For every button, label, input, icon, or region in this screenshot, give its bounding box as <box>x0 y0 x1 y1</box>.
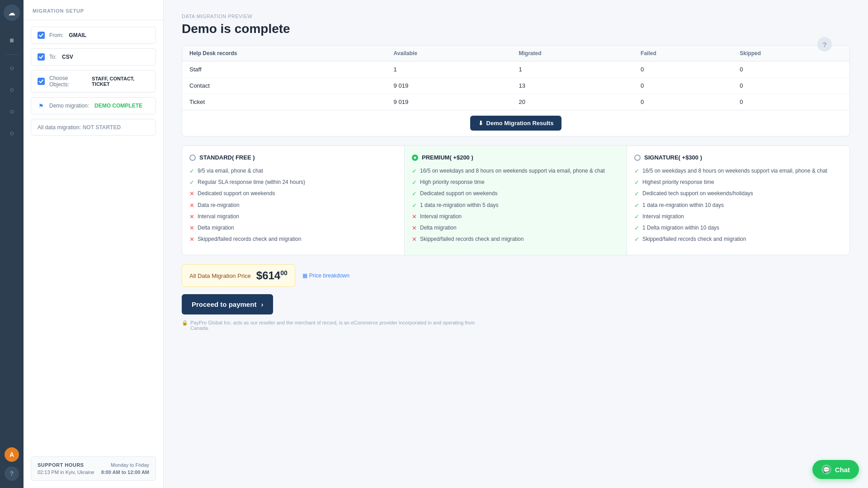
download-icon: ⬇ <box>478 120 483 127</box>
support-title: SUPPORT HOURS <box>38 462 84 468</box>
support-timezone: 02:13 PM in Kyiv, Ukraine <box>38 469 94 475</box>
avatar[interactable]: A <box>5 447 19 462</box>
x-icon: ✕ <box>412 224 417 232</box>
plan-feature: ✕Data re-migration <box>189 202 397 210</box>
plan-radio[interactable] <box>634 155 641 161</box>
chat-widget[interactable]: 💬 Chat <box>812 460 859 479</box>
x-icon: ✕ <box>412 213 417 221</box>
setup-item-to: To: CSV <box>31 48 156 66</box>
plan-feature: ✓1 data re-migration within 5 days <box>412 202 619 210</box>
nav-divider <box>5 54 19 55</box>
nav-circle2-icon[interactable]: ○ <box>4 82 20 98</box>
security-note: 🔒 PayPro Global Inc. acts as our reselle… <box>182 320 489 331</box>
objects-checkbox[interactable] <box>38 78 45 85</box>
feature-text: Dedicated support on weekends <box>420 190 497 197</box>
check-icon: ✓ <box>634 202 639 210</box>
cell-available: 9 019 <box>387 78 512 94</box>
plan-feature: ✓1 Delta migration within 10 days <box>634 224 842 232</box>
plan-header: PREMIUM( +$200 ) <box>412 154 619 161</box>
cell-migrated: 1 <box>512 61 634 78</box>
plan-name: PREMIUM( +$200 ) <box>422 154 473 161</box>
chat-bubble-icon: 💬 <box>821 465 831 474</box>
cell-failed: 0 <box>633 94 732 110</box>
demo-flag-icon: ⚑ <box>38 102 45 109</box>
check-icon: ✓ <box>634 213 639 221</box>
feature-text: 16/5 on weekdays and 8 hours on weekends… <box>420 167 605 175</box>
cell-skipped: 0 <box>732 94 849 110</box>
feature-text: Delta migration <box>198 224 234 232</box>
check-icon: ✓ <box>412 202 417 210</box>
demo-results-button[interactable]: ⬇ Demo Migration Results <box>470 116 562 131</box>
price-bar: All Data Migration Price $61400 ▦ Price … <box>182 264 850 287</box>
plan-feature: ✓9/5 via email, phone & chat <box>189 167 397 175</box>
logo[interactable]: ☁ <box>4 5 20 21</box>
nav-circle4-icon[interactable]: ○ <box>4 125 20 141</box>
plan-radio[interactable] <box>189 155 196 161</box>
main-content: DATA MIGRATION PREVIEW Demo is complete … <box>164 0 868 488</box>
cell-available: 1 <box>387 61 512 78</box>
from-label: From: <box>49 32 63 38</box>
col-header-records: Help Desk records <box>182 46 387 61</box>
table-row: Contact 9 019 13 0 0 <box>182 78 849 94</box>
support-hours-value: 8:00 AM to 12:00 AM <box>101 469 149 475</box>
col-header-failed: Failed <box>633 46 732 61</box>
section-label: DATA MIGRATION PREVIEW <box>182 14 850 19</box>
x-icon: ✕ <box>189 235 194 244</box>
plan-name: SIGNATURE( +$300 ) <box>644 154 702 161</box>
check-icon: ✓ <box>412 190 417 198</box>
proceed-button[interactable]: Proceed to payment › <box>182 294 273 314</box>
sidebar: ☁ ≡ ○ ○ ○ ○ A ? <box>0 0 24 488</box>
plan-feature: ✕Interval migration <box>412 213 619 221</box>
feature-text: Dedicated tech support on weekends/holid… <box>642 190 753 197</box>
cell-record: Ticket <box>182 94 387 110</box>
demo-label: Demo migration: <box>49 103 89 109</box>
feature-text: 16/5 on weekdays and 8 hours on weekends… <box>642 167 827 175</box>
cell-failed: 0 <box>633 78 732 94</box>
nav-circle3-icon[interactable]: ○ <box>4 103 20 120</box>
plan-feature: ✓Skipped/failed records check and migrat… <box>634 235 842 244</box>
security-text: PayPro Global Inc. acts as our reseller … <box>190 320 489 331</box>
to-value: CSV <box>62 54 73 60</box>
chat-label: Chat <box>835 466 850 474</box>
feature-text: High priority response time <box>420 178 485 186</box>
plan-signature[interactable]: SIGNATURE( +$300 ) ✓16/5 on weekdays and… <box>627 146 849 255</box>
support-days: Monday to Friday <box>111 462 149 469</box>
nav-circle1-icon[interactable]: ○ <box>4 60 20 76</box>
check-icon: ✓ <box>634 224 639 232</box>
plan-feature: ✓Highest priority response time <box>634 178 842 187</box>
feature-text: Interval migration <box>198 213 239 221</box>
proceed-label: Proceed to payment <box>192 300 256 308</box>
to-checkbox[interactable] <box>38 53 45 61</box>
price-breakdown-link[interactable]: ▦ Price breakdown <box>302 272 349 279</box>
help-button[interactable]: ? <box>817 37 832 52</box>
feature-text: 1 data re-migration within 10 days <box>642 202 724 209</box>
plan-feature: ✓16/5 on weekdays and 8 hours on weekend… <box>412 167 619 175</box>
plan-standard[interactable]: STANDARD( FREE ) ✓9/5 via email, phone &… <box>182 146 405 255</box>
price-amount: $61400 <box>256 269 288 282</box>
plan-feature: ✓Interval migration <box>634 213 842 221</box>
plan-feature: ✓Regular SLA response time (within 24 ho… <box>189 178 397 187</box>
check-icon: ✓ <box>634 178 639 187</box>
check-icon: ✓ <box>634 190 639 198</box>
help-icon[interactable]: ? <box>5 466 19 481</box>
plans-grid: STANDARD( FREE ) ✓9/5 via email, phone &… <box>182 145 850 255</box>
check-icon: ✓ <box>412 178 417 187</box>
plan-premium[interactable]: PREMIUM( +$200 ) ✓16/5 on weekdays and 8… <box>405 146 627 255</box>
plan-radio[interactable] <box>412 155 418 161</box>
feature-text: Dedicated support on weekends <box>198 190 275 197</box>
demo-results-label: Demo Migration Results <box>486 120 554 127</box>
feature-text: 1 data re-migration within 5 days <box>420 202 498 209</box>
plan-name: STANDARD( FREE ) <box>199 154 255 161</box>
cell-skipped: 0 <box>732 78 849 94</box>
setup-items: From: GMAIL To: CSV Choose Objects: STAF… <box>24 20 163 452</box>
from-checkbox[interactable] <box>38 32 45 39</box>
price-breakdown-label: Price breakdown <box>309 272 349 279</box>
nav-list-icon[interactable]: ≡ <box>4 33 20 49</box>
cell-record: Contact <box>182 78 387 94</box>
alldata-label: All data migration: <box>38 124 81 131</box>
setup-item-alldata: All data migration: NOT STARTED <box>31 119 156 136</box>
chevron-right-icon: › <box>261 300 263 308</box>
price-label: All Data Migration Price <box>189 272 251 279</box>
price-cents: 00 <box>280 269 288 277</box>
feature-text: 9/5 via email, phone & chat <box>198 167 263 175</box>
